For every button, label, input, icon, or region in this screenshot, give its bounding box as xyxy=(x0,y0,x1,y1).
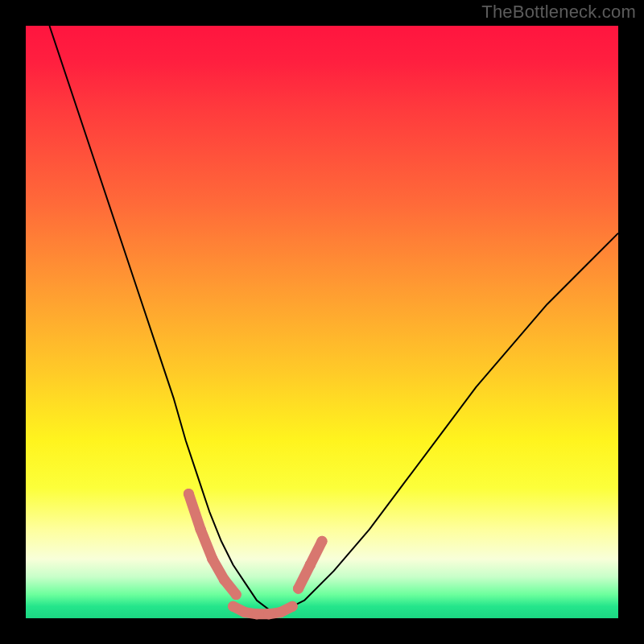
watermark-text: TheBottleneck.com xyxy=(481,2,636,23)
left-salmon-segment-dot-0 xyxy=(184,489,194,499)
plot-area xyxy=(26,26,618,618)
bottom-salmon-segment-dot-5 xyxy=(287,601,298,612)
left-salmon-segment-dot-4 xyxy=(231,589,242,600)
right-salmon-segment-dot-0 xyxy=(293,584,303,594)
left-salmon-segment-bead-0 xyxy=(188,493,200,529)
left-salmon-segment-dot-2 xyxy=(207,554,217,564)
right-salmon-segment-dot-2 xyxy=(317,536,328,547)
bottom-salmon-segment-dot-0 xyxy=(228,601,238,612)
bottom-salmon-segment-dot-3 xyxy=(263,609,274,619)
chart-frame: TheBottleneck.com xyxy=(0,0,644,644)
chart-svg xyxy=(26,26,618,618)
left-salmon-segment-dot-3 xyxy=(219,575,229,585)
right-salmon-segment-dot-1 xyxy=(305,559,316,570)
left-salmon-segment-dot-1 xyxy=(196,524,206,535)
bottom-salmon-segment-dot-4 xyxy=(275,607,286,617)
bottom-salmon-segment-dot-2 xyxy=(252,609,262,619)
bottom-salmon-segment-dot-1 xyxy=(240,607,250,617)
bottleneck-curve xyxy=(49,26,618,613)
